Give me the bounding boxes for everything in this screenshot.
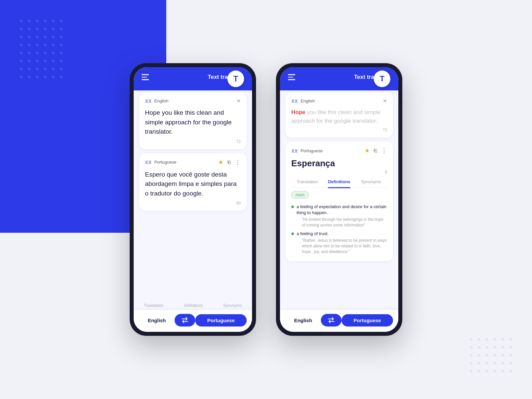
star-icon-1[interactable]: ★ (218, 159, 223, 166)
source-card-header-1: ⧖⧖ English ✕ (145, 98, 241, 104)
star-icon-2[interactable]: ★ (364, 147, 370, 154)
result-card-2: ⧖⧖ Portuguese ★ ⎗ ⋮ Esperança 9 Transl (285, 142, 393, 261)
swap-button-2[interactable] (321, 314, 341, 327)
sound-icon-4[interactable]: ⧖⧖ (291, 148, 298, 154)
tab-definitions-2[interactable]: Definitions (323, 176, 355, 188)
phone-1-content: ⧖⧖ English ✕ Hope you like this clean an… (134, 87, 252, 301)
phone-1: Text translate T ⧖⧖ English ✕ Hope you l… (130, 63, 256, 336)
source-count-1: 72 (145, 139, 241, 144)
source-count-2: 72 (291, 128, 387, 132)
footer-right-lang-2[interactable]: Portuguese (341, 314, 393, 327)
def-text-content-2: a feeling of trust. (297, 231, 387, 237)
phone-2: Text translate T ⧖⧖ English ✕ Hope you l (276, 63, 402, 336)
close-source-2[interactable]: ✕ (383, 98, 387, 104)
def-quote-2: "Rather, Jesus is believed to be present… (302, 238, 387, 254)
tab-synonyms-2[interactable]: Synonyms (355, 176, 387, 188)
source-card-1: ⧖⧖ English ✕ Hope you like this clean an… (139, 92, 247, 149)
tab-definitions-1[interactable]: Definitions (184, 303, 202, 308)
close-source-1[interactable]: ✕ (236, 98, 241, 104)
definition-item-1: a feeling of expectation and desire for … (291, 204, 387, 228)
more-icon-1[interactable]: ⋮ (235, 159, 241, 166)
phone-2-inner: Text translate T ⧖⧖ English ✕ Hope you l (280, 67, 398, 332)
dots-grid-right: (function(){ const g = document.querySel… (470, 338, 512, 372)
result-count-2: 9 (291, 170, 387, 175)
hamburger-menu-icon-2[interactable] (288, 74, 295, 80)
result-lang-2: ⧖⧖ Portuguese (291, 148, 323, 154)
def-bullet-1 (291, 205, 294, 208)
tab-translation-2[interactable]: Translation (291, 176, 323, 188)
dots-grid-left: (function(){ const g = document.querySel… (20, 20, 62, 78)
definition-item-2: a feeling of trust. "Rather, Jesus is be… (291, 231, 387, 255)
phone-2-content: ⧖⧖ English ✕ Hope you like this clean an… (280, 87, 398, 310)
source-lang-2: ⧖⧖ English (291, 98, 315, 104)
result-card-header-1: ⧖⧖ Portuguese ★ ⎗ ⋮ (145, 159, 241, 166)
app-logo-2: T (374, 70, 390, 87)
def-text-content-1: a feeling of expectation and desire for … (297, 204, 387, 216)
source-text-1: Hope you like this clean and simple appr… (145, 108, 241, 137)
more-icon-2[interactable]: ⋮ (381, 147, 387, 154)
result-actions-2: ★ ⎗ ⋮ (364, 147, 387, 154)
source-text-2: Hope you like this clean and simple appr… (291, 108, 387, 125)
phone-1-inner: Text translate T ⧖⧖ English ✕ Hope you l… (134, 67, 252, 332)
result-lang-1: ⧖⧖ Portuguese (145, 159, 177, 165)
translation-word: Esperança (291, 158, 387, 169)
result-actions-1: ★ ⎗ ⋮ (218, 159, 241, 166)
sound-icon-2[interactable]: ⧖⧖ (145, 159, 152, 165)
phone-1-footer: English Portuguese (134, 310, 252, 332)
pos-badge: noun (291, 191, 309, 199)
tab-translation-1[interactable]: Translation (144, 303, 164, 308)
sound-icon-1[interactable]: ⧖⧖ (145, 98, 152, 104)
result-card-header-2: ⧖⧖ Portuguese ★ ⎗ ⋮ (291, 147, 387, 154)
copy-icon-1[interactable]: ⎗ (227, 159, 231, 165)
def-text-2: a feeling of trust. "Rather, Jesus is be… (297, 231, 387, 255)
result-count-1: 80 (145, 201, 241, 205)
result-card-1: ⧖⧖ Portuguese ★ ⎗ ⋮ Espero que você gost… (139, 153, 247, 211)
source-lang-1: ⧖⧖ English (145, 98, 169, 104)
sound-icon-3[interactable]: ⧖⧖ (291, 98, 298, 104)
bottom-tabs-1: Translation Definitions Synonyms (134, 301, 252, 308)
source-card-2: ⧖⧖ English ✕ Hope you like this clean an… (285, 92, 393, 138)
def-text-1: a feeling of expectation and desire for … (297, 204, 387, 228)
def-quote-1: "he looked through her belongings in the… (302, 217, 387, 228)
app-logo-1: T (227, 70, 244, 87)
footer-left-lang-2[interactable]: English (285, 318, 321, 323)
phones-container: Text translate T ⧖⧖ English ✕ Hope you l… (130, 63, 402, 336)
tab-synonyms-1[interactable]: Synonyms (223, 303, 242, 308)
phone-2-footer: English Portuguese (280, 310, 398, 332)
swap-button-1[interactable] (175, 314, 195, 327)
source-card-header-2: ⧖⧖ English ✕ (291, 98, 387, 104)
hamburger-menu-icon[interactable] (142, 74, 149, 80)
footer-left-lang-1[interactable]: English (139, 318, 175, 323)
copy-icon-2[interactable]: ⎗ (374, 148, 377, 154)
definition-tabs: Translation Definitions Synonyms (291, 176, 387, 188)
footer-right-lang-1[interactable]: Portuguese (195, 314, 247, 327)
result-text-1: Espero que você goste desta abordagem li… (145, 170, 241, 199)
phone-2-header: Text translate T (280, 67, 398, 90)
phone-1-header: Text translate T (134, 67, 252, 90)
def-bullet-2 (291, 232, 294, 235)
highlight-word: Hope (291, 109, 306, 115)
